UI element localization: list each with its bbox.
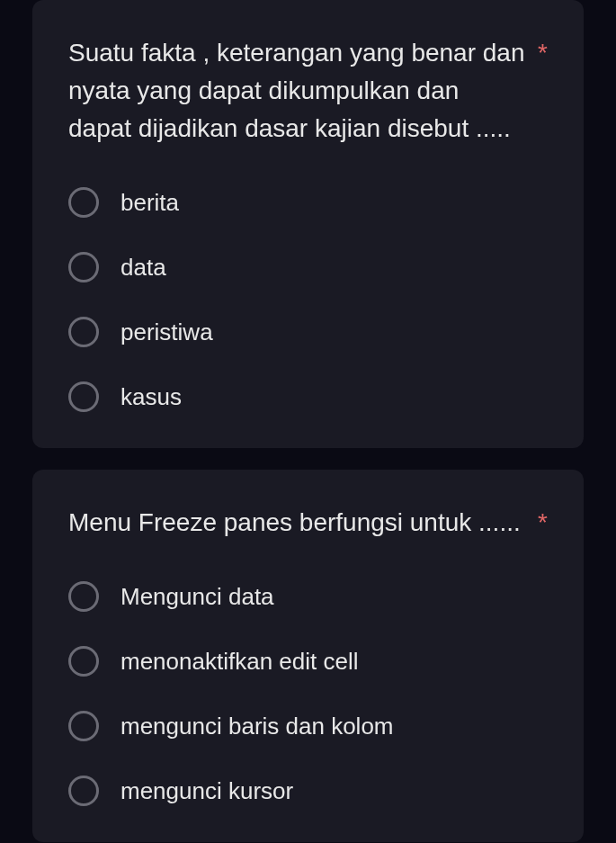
question-header: Suatu fakta , keterangan yang benar dan … [68, 34, 548, 148]
radio-icon[interactable] [68, 381, 99, 412]
option-label: berita [121, 189, 179, 217]
radio-icon[interactable] [68, 646, 99, 677]
option-item[interactable]: peristiwa [68, 317, 548, 347]
options-list: berita data peristiwa kasus [68, 187, 548, 412]
option-label: kasus [121, 383, 182, 411]
question-card: Menu Freeze panes berfungsi untuk ......… [32, 470, 584, 842]
radio-icon[interactable] [68, 711, 99, 741]
question-text: Suatu fakta , keterangan yang benar dan … [68, 34, 527, 148]
question-text: Menu Freeze panes berfungsi untuk ...... [68, 504, 527, 542]
option-label: mengunci kursor [121, 777, 293, 805]
question-card: Suatu fakta , keterangan yang benar dan … [32, 0, 584, 448]
option-item[interactable]: Mengunci data [68, 581, 548, 612]
question-header: Menu Freeze panes berfungsi untuk ......… [68, 504, 548, 542]
option-label: mengunci baris dan kolom [121, 713, 394, 740]
required-marker: * [538, 34, 548, 72]
option-label: Mengunci data [121, 583, 274, 611]
option-item[interactable]: menonaktifkan edit cell [68, 646, 548, 677]
option-item[interactable]: data [68, 252, 548, 282]
option-item[interactable]: berita [68, 187, 548, 218]
option-label: menonaktifkan edit cell [121, 648, 358, 676]
required-marker: * [538, 504, 548, 542]
option-label: peristiwa [121, 318, 213, 346]
radio-icon[interactable] [68, 776, 99, 806]
option-item[interactable]: mengunci baris dan kolom [68, 711, 548, 741]
radio-icon[interactable] [68, 581, 99, 612]
option-label: data [121, 254, 166, 282]
options-list: Mengunci data menonaktifkan edit cell me… [68, 581, 548, 806]
option-item[interactable]: mengunci kursor [68, 776, 548, 806]
radio-icon[interactable] [68, 187, 99, 218]
radio-icon[interactable] [68, 252, 99, 282]
option-item[interactable]: kasus [68, 381, 548, 412]
radio-icon[interactable] [68, 317, 99, 347]
